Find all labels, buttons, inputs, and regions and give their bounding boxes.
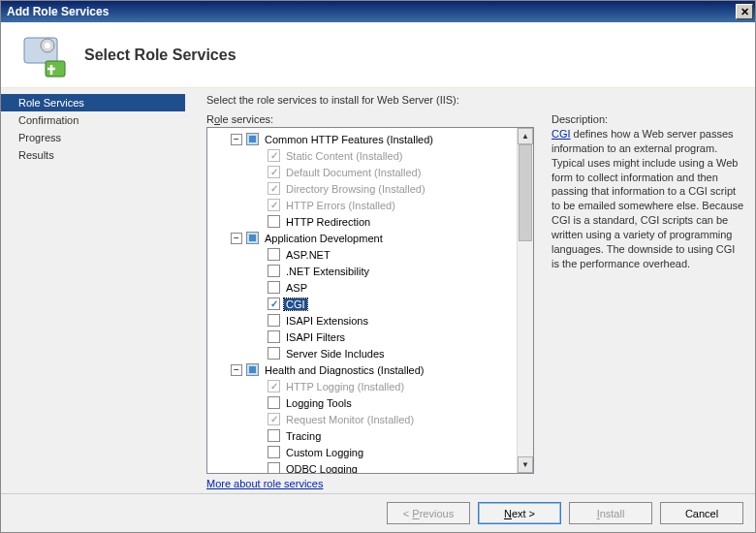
tree-node[interactable]: Custom Logging <box>209 444 531 460</box>
tree-node-label[interactable]: HTTP Errors (Installed) <box>284 200 397 211</box>
checkbox <box>268 166 280 178</box>
tree-node-label[interactable]: Logging Tools <box>284 397 354 409</box>
install-button: Install <box>569 502 652 524</box>
checkbox[interactable] <box>268 248 280 261</box>
window-title: Add Role Services <box>7 5 109 18</box>
checkbox[interactable] <box>246 232 259 244</box>
wizard-icon <box>20 32 67 78</box>
checkbox[interactable] <box>268 298 280 310</box>
tree-node-label[interactable]: HTTP Logging (Installed) <box>284 381 406 392</box>
checkbox[interactable] <box>268 462 280 474</box>
instruction-text: Select the role services to install for … <box>206 94 745 106</box>
tree-node[interactable]: .NET Extensibility <box>209 263 531 279</box>
tree-node-label[interactable]: HTTP Redirection <box>284 216 372 228</box>
description-link[interactable]: CGI <box>551 128 571 140</box>
tree-node-label[interactable]: ODBC Logging <box>284 463 360 475</box>
tree-node-label[interactable]: Request Monitor (Installed) <box>284 414 416 425</box>
checkbox[interactable] <box>268 314 280 327</box>
scroll-down-button[interactable]: ▼ <box>518 456 533 473</box>
header: Select Role Services <box>1 22 755 88</box>
tree-node[interactable]: ASP <box>209 279 531 296</box>
close-button[interactable]: ✕ <box>736 4 753 19</box>
tree-node[interactable]: ISAPI Extensions <box>209 312 531 329</box>
footer: < Previous Next > Install Cancel <box>1 493 755 532</box>
checkbox[interactable] <box>268 215 280 228</box>
tree-node[interactable]: HTTP Logging (Installed) <box>209 378 531 394</box>
checkbox[interactable] <box>268 446 280 458</box>
tree-node[interactable]: −Common HTTP Features (Installed) <box>209 131 531 147</box>
tree-node-label[interactable]: .NET Extensibility <box>284 266 371 277</box>
tree-node-label[interactable]: Tracing <box>284 430 323 442</box>
role-services-tree[interactable]: −Common HTTP Features (Installed)Static … <box>206 127 534 474</box>
tree-label: Role services: <box>206 113 534 125</box>
tree-node[interactable]: Request Monitor (Installed) <box>209 411 531 427</box>
tree-node[interactable]: HTTP Errors (Installed) <box>209 197 531 213</box>
checkbox[interactable] <box>268 330 280 343</box>
cancel-button[interactable]: Cancel <box>660 502 743 524</box>
tree-node[interactable]: Static Content (Installed) <box>209 147 531 164</box>
tree-node-label[interactable]: ISAPI Filters <box>284 331 347 343</box>
checkbox <box>268 149 280 162</box>
tree-node-label[interactable]: Application Development <box>263 233 385 244</box>
checkbox <box>268 199 280 211</box>
svg-point-2 <box>45 43 50 48</box>
collapse-icon[interactable]: − <box>231 233 242 244</box>
checkbox <box>268 380 280 392</box>
tree-node-label[interactable]: Directory Browsing (Installed) <box>284 183 427 195</box>
checkbox[interactable] <box>246 133 259 145</box>
tree-node-label[interactable]: Default Document (Installed) <box>284 167 423 178</box>
collapse-icon[interactable]: − <box>231 364 242 376</box>
sidebar-item-progress[interactable]: Progress <box>1 129 185 146</box>
checkbox[interactable] <box>268 347 280 360</box>
description-text: CGI defines how a Web server passes info… <box>551 127 745 270</box>
tree-node[interactable]: CGI <box>209 296 531 312</box>
previous-button: < Previous <box>387 502 470 524</box>
scroll-up-button[interactable]: ▲ <box>518 128 533 144</box>
tree-node[interactable]: Logging Tools <box>209 394 531 411</box>
tree-node[interactable]: ASP.NET <box>209 246 531 263</box>
tree-node[interactable]: −Application Development <box>209 230 531 246</box>
checkbox[interactable] <box>246 363 259 376</box>
page-title: Select Role Services <box>84 47 236 64</box>
tree-node-label[interactable]: Custom Logging <box>284 447 365 458</box>
tree-node[interactable]: ODBC Logging <box>209 460 531 474</box>
tree-node[interactable]: Tracing <box>209 427 531 444</box>
tree-node-label[interactable]: ASP.NET <box>284 249 332 261</box>
tree-node-label[interactable]: CGI <box>284 298 307 310</box>
tree-node[interactable]: Directory Browsing (Installed) <box>209 180 531 197</box>
sidebar: Role Services Confirmation Progress Resu… <box>1 88 185 493</box>
tree-node[interactable]: ISAPI Filters <box>209 329 531 345</box>
tree-node[interactable]: Default Document (Installed) <box>209 164 531 180</box>
scroll-thumb[interactable] <box>519 144 532 241</box>
collapse-icon[interactable]: − <box>231 134 242 145</box>
description-heading: Description: <box>551 113 745 125</box>
sidebar-item-results[interactable]: Results <box>1 146 185 164</box>
more-link[interactable]: More about role services <box>206 478 534 489</box>
tree-node[interactable]: Server Side Includes <box>209 345 531 361</box>
tree-node-label[interactable]: ISAPI Extensions <box>284 315 370 327</box>
tree-node[interactable]: −Health and Diagnostics (Installed) <box>209 361 531 378</box>
titlebar: Add Role Services ✕ <box>1 1 755 22</box>
checkbox <box>268 182 280 195</box>
checkbox[interactable] <box>268 429 280 442</box>
checkbox[interactable] <box>268 265 280 277</box>
close-icon: ✕ <box>740 6 749 18</box>
tree-node-label[interactable]: ASP <box>284 282 309 294</box>
sidebar-item-confirmation[interactable]: Confirmation <box>1 111 185 129</box>
scrollbar[interactable]: ▲ ▼ <box>517 128 533 473</box>
tree-node[interactable]: HTTP Redirection <box>209 213 531 230</box>
checkbox[interactable] <box>268 281 280 294</box>
next-button[interactable]: Next > <box>478 502 561 524</box>
tree-node-label[interactable]: Server Side Includes <box>284 348 387 360</box>
checkbox <box>268 413 280 425</box>
tree-node-label[interactable]: Static Content (Installed) <box>284 150 404 162</box>
tree-node-label[interactable]: Health and Diagnostics (Installed) <box>263 364 425 376</box>
sidebar-item-role-services[interactable]: Role Services <box>1 94 185 111</box>
checkbox[interactable] <box>268 396 280 409</box>
scroll-track[interactable] <box>518 144 533 456</box>
tree-node-label[interactable]: Common HTTP Features (Installed) <box>263 134 435 145</box>
